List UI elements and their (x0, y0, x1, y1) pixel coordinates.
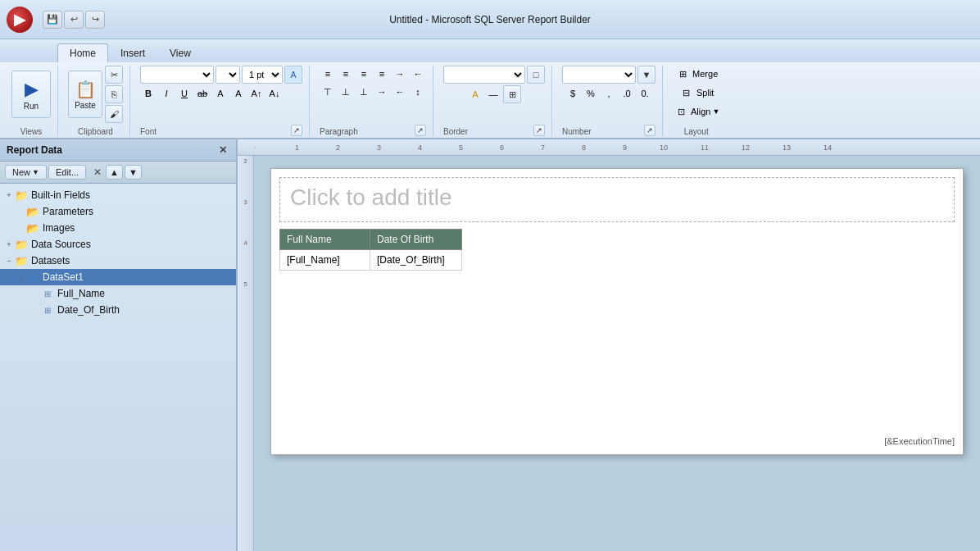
align-right-button[interactable]: ≡ (356, 66, 372, 82)
number-format-select[interactable] (562, 66, 636, 84)
data-sources-toggle[interactable]: + (3, 239, 15, 250)
nav-down-button[interactable]: ▼ (125, 165, 142, 180)
cell-fullname[interactable]: [Full_Name] (280, 250, 370, 271)
bold-button[interactable]: B (140, 85, 157, 102)
indent-button[interactable]: → (392, 66, 408, 82)
run-button[interactable]: ▶ Run (11, 71, 51, 118)
valign-bot-button[interactable]: ⊥ (356, 84, 372, 100)
report-page: Click to add title Full Name Date Of Bir… (270, 168, 964, 455)
new-label: New (12, 167, 30, 177)
format-painter-button[interactable]: 🖌 (105, 105, 123, 123)
border-style-select[interactable] (443, 66, 525, 84)
new-button[interactable]: New ▼ (5, 165, 47, 180)
tab-view[interactable]: View (157, 43, 203, 62)
parameters-toggle[interactable] (15, 206, 26, 217)
tree-item-dataset1[interactable]: − 🗂 DataSet1 (0, 269, 236, 285)
save-button[interactable]: 💾 (43, 11, 62, 29)
edit-button[interactable]: Edit... (48, 165, 86, 180)
quick-access-toolbar: 💾 ↩ ↪ (43, 11, 105, 29)
text-effects-button[interactable]: A (284, 66, 302, 84)
builtin-fields-toggle[interactable]: + (3, 189, 15, 201)
data-sources-folder-icon: 📁 (15, 238, 28, 251)
ribbon-tab-bar: Home Insert View (0, 39, 980, 62)
font-size-select[interactable]: 1 pt (242, 66, 283, 84)
paste-button[interactable]: 📋 Paste (68, 71, 102, 118)
border-dialog-launcher[interactable]: ↗ (533, 125, 545, 136)
report-scroll-area[interactable]: Click to add title Full Name Date Of Bir… (254, 156, 980, 551)
merge-label[interactable]: Merge (692, 69, 718, 79)
number-dialog-launcher[interactable]: ↗ (644, 125, 656, 136)
tree-close-button[interactable]: ✕ (91, 166, 104, 179)
dataset1-toggle[interactable]: − (15, 271, 26, 283)
align-left-button[interactable]: ≡ (320, 66, 336, 82)
split-icon: ⊟ (678, 84, 695, 101)
outdent-button[interactable]: ← (410, 66, 426, 82)
vertical-ruler: 2 3 4 5 (238, 156, 254, 551)
underline-button[interactable]: U (176, 85, 193, 102)
tree-item-dateofbirth[interactable]: ⊞ Date_Of_Birth (0, 302, 236, 318)
valign-mid-button[interactable]: ⊥ (338, 84, 354, 100)
cut-button[interactable]: ✂ (105, 66, 123, 84)
tree-item-fullname[interactable]: ⊞ Full_Name (0, 285, 236, 302)
border-color-button[interactable]: A (467, 86, 483, 102)
number-drop-button[interactable]: ▼ (637, 66, 656, 84)
font-color-button[interactable]: A (212, 85, 229, 102)
comma-button[interactable]: , (601, 85, 617, 102)
align-center-button[interactable]: ≡ (338, 66, 354, 82)
cell-dateofbirth[interactable]: [Date_Of_Birth] (370, 250, 462, 271)
percent-button[interactable]: % (583, 85, 599, 102)
tree-item-datasets[interactable]: − 📁 Datasets (0, 253, 236, 269)
nav-up-button[interactable]: ▲ (106, 165, 123, 180)
paragraph-dialog-launcher[interactable]: ↗ (415, 125, 426, 136)
tab-home[interactable]: Home (57, 43, 108, 63)
col-header-fullname: Full Name (280, 230, 370, 250)
ltr-button[interactable]: → (374, 84, 390, 100)
valign-top-button[interactable]: ⊤ (320, 84, 336, 100)
copy-button[interactable]: ⎘ (105, 85, 123, 103)
font-style-select[interactable] (216, 66, 240, 84)
tree-item-images[interactable]: 📂 Images (0, 220, 236, 236)
font-dialog-launcher[interactable]: ↗ (291, 125, 302, 136)
panel-close-button[interactable]: ✕ (216, 143, 229, 157)
border-width-button[interactable]: — (485, 86, 501, 102)
border-preview-button[interactable]: □ (527, 66, 545, 84)
images-toggle[interactable] (15, 222, 26, 234)
align-label[interactable]: Align (691, 107, 710, 116)
ruler-1: 1 (295, 143, 299, 152)
tree-item-data-sources[interactable]: + 📁 Data Sources (0, 236, 236, 253)
increase-decimal-button[interactable]: .0 (619, 85, 635, 102)
decrease-decimal-button[interactable]: 0. (637, 85, 653, 102)
tree-item-builtin-fields[interactable]: + 📁 Built-in Fields (0, 187, 236, 203)
nav-up-icon: ▲ (110, 167, 119, 177)
increase-size-button[interactable]: A↑ (248, 85, 265, 102)
tab-insert[interactable]: Insert (108, 43, 157, 62)
font-family-select[interactable] (140, 66, 214, 84)
border-selector-button[interactable]: ⊞ (503, 85, 521, 103)
tree-item-parameters[interactable]: 📂 Parameters (0, 203, 236, 220)
fullname-field-icon: ⊞ (41, 287, 54, 300)
align-dropdown-icon[interactable]: ▼ (712, 107, 719, 116)
left-ruler-mark-5: 5 (238, 279, 253, 320)
decrease-size-button[interactable]: A↓ (266, 85, 283, 102)
merge-row: ⊞ Merge (674, 66, 718, 82)
ribbon-group-layout: ⊞ Merge ⊟ Split ⊡ Align ▼ Layout (666, 66, 726, 136)
para-row2: ⊤ ⊥ ⊥ → ← ↕ (320, 84, 426, 100)
undo-button[interactable]: ↩ (64, 11, 84, 29)
line-spacing-button[interactable]: ↕ (410, 84, 426, 100)
highlight-color-button[interactable]: A (230, 85, 247, 102)
report-title-area[interactable]: Click to add title (279, 177, 955, 222)
datasets-toggle[interactable]: − (3, 255, 15, 266)
paragraph-group-label: Paragraph (320, 125, 358, 136)
currency-button[interactable]: $ (565, 85, 581, 102)
italic-button[interactable]: I (158, 85, 175, 102)
tree-panel: + 📁 Built-in Fields 📂 Parameters 📂 Image… (0, 184, 236, 551)
panel-title: Report Data (7, 144, 62, 156)
rtl-button[interactable]: ← (392, 84, 408, 100)
redo-button[interactable]: ↪ (85, 11, 105, 29)
number-row2: $ % , .0 0. (565, 85, 653, 102)
table-data-row: [Full_Name] [Date_Of_Birth] (280, 250, 462, 271)
justify-button[interactable]: ≡ (374, 66, 390, 82)
strikethrough-button[interactable]: ab (194, 85, 211, 102)
split-label[interactable]: Split (696, 88, 714, 98)
report-title-placeholder: Click to add title (290, 184, 452, 210)
